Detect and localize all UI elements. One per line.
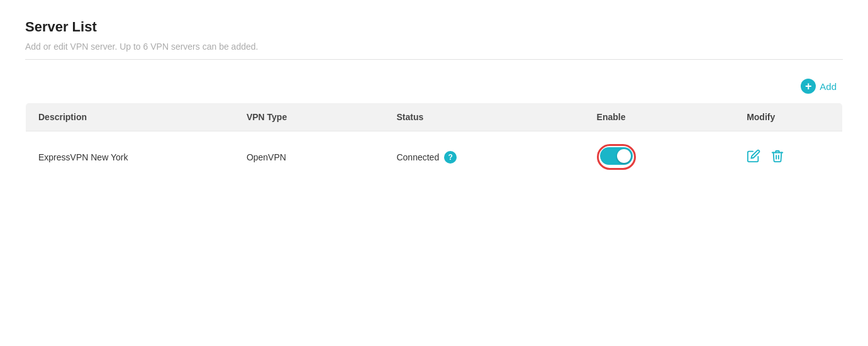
toggle-thumb <box>617 149 631 163</box>
cell-description: ExpressVPN New York <box>26 131 234 183</box>
toggle-highlight-border <box>597 144 636 170</box>
cell-vpntype: OpenVPN <box>234 131 384 183</box>
modify-actions <box>747 149 830 165</box>
cell-status: Connected ? <box>384 131 584 183</box>
col-header-modify: Modify <box>734 103 842 131</box>
page-title: Server List <box>25 19 843 35</box>
add-button-label: Add <box>820 81 837 92</box>
help-icon[interactable]: ? <box>444 151 457 164</box>
col-header-vpntype: VPN Type <box>234 103 384 131</box>
col-header-status: Status <box>384 103 584 131</box>
cell-enable <box>584 131 735 183</box>
status-text: Connected <box>396 152 439 162</box>
enable-toggle[interactable] <box>600 147 633 165</box>
toggle-track <box>600 147 633 165</box>
cell-modify <box>734 131 842 183</box>
col-header-description: Description <box>26 103 234 131</box>
delete-icon[interactable] <box>771 149 784 165</box>
add-button[interactable]: + Add <box>801 79 837 94</box>
server-table: Description VPN Type Status Enable Modif… <box>25 103 843 183</box>
toolbar: + Add <box>25 79 843 94</box>
col-header-enable: Enable <box>584 103 735 131</box>
table-row: ExpressVPN New York OpenVPN Connected ? <box>26 131 843 183</box>
edit-icon[interactable] <box>747 149 760 165</box>
page-subtitle: Add or edit VPN server. Up to 6 VPN serv… <box>25 42 843 52</box>
table-header-row: Description VPN Type Status Enable Modif… <box>26 103 843 131</box>
section-divider <box>25 59 843 60</box>
plus-circle-icon: + <box>801 79 816 94</box>
